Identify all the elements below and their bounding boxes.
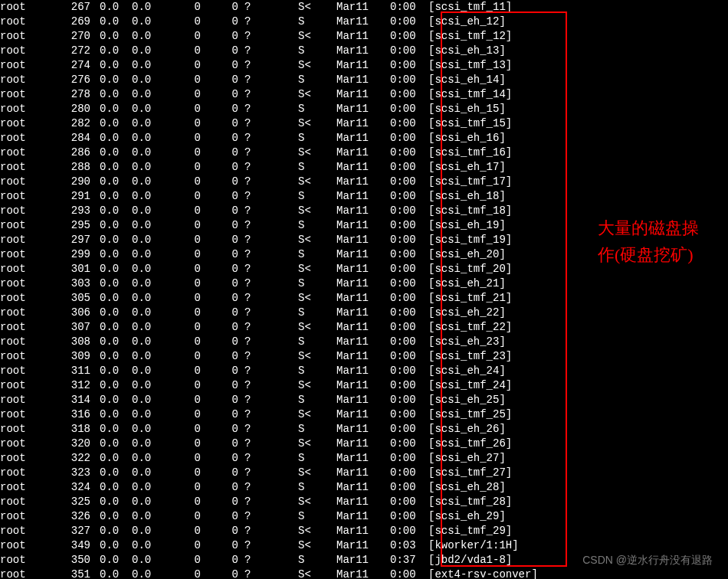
col-vsz: 0 xyxy=(164,175,210,189)
col-user: root xyxy=(0,262,61,276)
col-stat: S xyxy=(298,131,336,146)
col-mem: 0.0 xyxy=(132,568,164,579)
col-stat: S< xyxy=(298,538,336,553)
col-stat: S xyxy=(298,247,336,262)
col-stat: S xyxy=(298,306,336,320)
col-rss: 0 xyxy=(210,116,244,131)
col-start: Mar11 xyxy=(336,29,390,44)
col-mem: 0.0 xyxy=(132,524,164,538)
col-stat: S xyxy=(298,364,336,378)
col-rss: 0 xyxy=(210,451,244,466)
col-time: 0:00 xyxy=(390,58,428,73)
col-user: root xyxy=(0,538,61,553)
col-user: root xyxy=(0,480,61,495)
col-tty: ? xyxy=(244,422,298,437)
col-stat: S< xyxy=(298,495,336,509)
col-rss: 0 xyxy=(210,233,244,247)
col-time: 0:00 xyxy=(390,480,428,495)
col-mem: 0.0 xyxy=(132,233,164,247)
col-cmd: [scsi_eh_24] xyxy=(428,364,728,378)
col-start: Mar11 xyxy=(336,204,390,218)
col-cpu: 0.0 xyxy=(100,422,132,437)
col-time: 0:00 xyxy=(390,407,428,422)
col-time: 0:00 xyxy=(390,306,428,320)
col-pid: 306 xyxy=(61,306,100,320)
col-pid: 312 xyxy=(61,378,100,393)
process-list[interactable]: root2670.00.000?S<Mar110:00[scsi_tmf_11]… xyxy=(0,0,728,579)
col-time: 0:00 xyxy=(390,29,428,44)
col-stat: S< xyxy=(298,320,336,335)
col-stat: S< xyxy=(298,407,336,422)
col-start: Mar11 xyxy=(336,291,390,306)
col-tty: ? xyxy=(244,44,298,58)
col-tty: ? xyxy=(244,276,298,291)
col-pid: 314 xyxy=(61,393,100,407)
col-start: Mar11 xyxy=(336,44,390,58)
col-pid: 351 xyxy=(61,568,100,579)
col-rss: 0 xyxy=(210,247,244,262)
col-rss: 0 xyxy=(210,131,244,146)
col-user: root xyxy=(0,495,61,509)
col-cmd: [scsi_eh_28] xyxy=(428,480,728,495)
col-cpu: 0.0 xyxy=(100,495,132,509)
col-rss: 0 xyxy=(210,480,244,495)
col-stat: S< xyxy=(298,0,336,15)
col-tty: ? xyxy=(244,233,298,247)
col-tty: ? xyxy=(244,116,298,131)
col-tty: ? xyxy=(244,349,298,364)
col-cmd: [scsi_tmf_25] xyxy=(428,407,728,422)
process-row: root3270.00.000?S<Mar110:00[scsi_tmf_29] xyxy=(0,524,728,538)
col-tty: ? xyxy=(244,466,298,480)
col-time: 0:00 xyxy=(390,131,428,146)
col-cmd: [scsi_eh_25] xyxy=(428,393,728,407)
col-cpu: 0.0 xyxy=(100,0,132,15)
col-vsz: 0 xyxy=(164,553,210,568)
col-vsz: 0 xyxy=(164,335,210,349)
col-cmd: [scsi_tmf_16] xyxy=(428,146,728,160)
col-stat: S< xyxy=(298,175,336,189)
col-vsz: 0 xyxy=(164,131,210,146)
col-start: Mar11 xyxy=(336,480,390,495)
col-cpu: 0.0 xyxy=(100,189,132,204)
col-vsz: 0 xyxy=(164,524,210,538)
col-start: Mar11 xyxy=(336,116,390,131)
col-stat: S< xyxy=(298,524,336,538)
col-tty: ? xyxy=(244,378,298,393)
col-pid: 316 xyxy=(61,407,100,422)
col-cpu: 0.0 xyxy=(100,44,132,58)
col-user: root xyxy=(0,102,61,116)
col-start: Mar11 xyxy=(336,73,390,87)
col-mem: 0.0 xyxy=(132,349,164,364)
col-start: Mar11 xyxy=(336,160,390,175)
col-vsz: 0 xyxy=(164,495,210,509)
col-start: Mar11 xyxy=(336,422,390,437)
col-stat: S xyxy=(298,276,336,291)
col-tty: ? xyxy=(244,29,298,44)
col-user: root xyxy=(0,524,61,538)
col-vsz: 0 xyxy=(164,451,210,466)
col-time: 0:00 xyxy=(390,291,428,306)
col-start: Mar11 xyxy=(336,146,390,160)
process-row: root2670.00.000?S<Mar110:00[scsi_tmf_11] xyxy=(0,0,728,15)
col-cmd: [scsi_tmf_27] xyxy=(428,466,728,480)
col-mem: 0.0 xyxy=(132,15,164,29)
col-cmd: [scsi_eh_13] xyxy=(428,44,728,58)
col-time: 0:00 xyxy=(390,102,428,116)
col-stat: S xyxy=(298,73,336,87)
col-cmd: [scsi_eh_27] xyxy=(428,451,728,466)
col-pid: 325 xyxy=(61,495,100,509)
process-row: root2880.00.000?SMar110:00[scsi_eh_17] xyxy=(0,160,728,175)
col-cmd: [scsi_eh_23] xyxy=(428,335,728,349)
col-pid: 270 xyxy=(61,29,100,44)
col-pid: 295 xyxy=(61,218,100,233)
col-cpu: 0.0 xyxy=(100,393,132,407)
process-row: root3230.00.000?S<Mar110:00[scsi_tmf_27] xyxy=(0,466,728,480)
col-cpu: 0.0 xyxy=(100,58,132,73)
col-mem: 0.0 xyxy=(132,378,164,393)
col-pid: 267 xyxy=(61,0,100,15)
col-time: 0:37 xyxy=(390,553,428,568)
col-rss: 0 xyxy=(210,378,244,393)
col-start: Mar11 xyxy=(336,262,390,276)
col-user: root xyxy=(0,44,61,58)
col-user: root xyxy=(0,131,61,146)
